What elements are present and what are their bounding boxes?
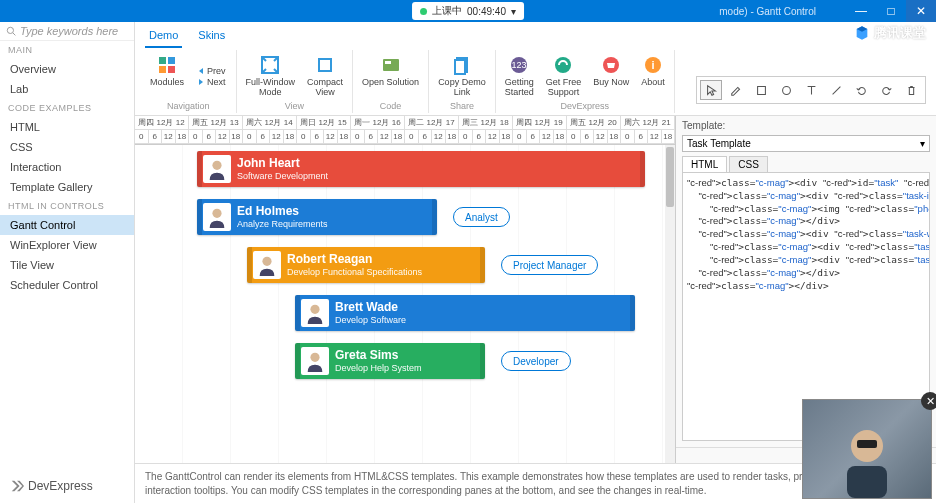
employee-photo — [203, 203, 231, 231]
ribbon-icon — [600, 54, 622, 76]
timescale-hour: 18 — [608, 130, 622, 144]
cursor-icon — [705, 84, 718, 97]
title-suffix: mode) - Gantt Control — [719, 6, 816, 17]
timescale-day: 周三 12月 18 — [459, 116, 513, 130]
timescale-hour: 6 — [527, 130, 541, 144]
task-employee: Robert Reagan — [287, 253, 422, 267]
ribbon-btn-compact-view[interactable]: CompactView — [304, 52, 346, 100]
nav-item-html[interactable]: HTML — [0, 117, 134, 137]
nav-item-interaction[interactable]: Interaction — [0, 157, 134, 177]
tool-pencil-button[interactable] — [725, 80, 747, 100]
ribbon-btn-modules[interactable]: Modules — [147, 52, 187, 100]
role-pill[interactable]: Developer — [501, 351, 571, 371]
recording-chevron-icon[interactable]: ▾ — [511, 6, 516, 17]
timescale-hour: 0 — [459, 130, 473, 144]
close-button[interactable]: ✕ — [906, 0, 936, 22]
nav-section-header: MAIN — [0, 41, 134, 59]
gantt-task[interactable]: John HeartSoftware Development — [197, 151, 645, 187]
search-input[interactable]: Type keywords here — [0, 22, 134, 41]
ribbon-btn-buy-now[interactable]: Buy Now — [590, 52, 632, 100]
tool-circle-button[interactable] — [775, 80, 797, 100]
ribbon-icon: 123 — [508, 54, 530, 76]
undo-icon — [855, 84, 868, 97]
timescale-hour: 12 — [162, 130, 176, 144]
timescale-hour: 12 — [270, 130, 284, 144]
gantt-task[interactable]: Brett WadeDevelop Software — [295, 295, 635, 331]
employee-photo — [301, 347, 329, 375]
timescale-day: 周四 12月 19 — [513, 116, 567, 130]
scrollbar-thumb[interactable] — [666, 147, 674, 207]
minimize-button[interactable]: — — [846, 0, 876, 22]
tool-trash-button[interactable] — [900, 80, 922, 100]
ribbon-nav-next[interactable]: Next — [197, 77, 226, 87]
tool-redo-button[interactable] — [875, 80, 897, 100]
ribbon-group-devexpress: 123GettingStartedGet FreeSupportBuy Nowi… — [496, 50, 675, 113]
recording-pill: 上课中 00:49:40 ▾ — [412, 2, 524, 20]
timescale-hour: 0 — [189, 130, 203, 144]
webcam-close-button[interactable]: ✕ — [921, 392, 936, 410]
nav-item-overview[interactable]: Overview — [0, 59, 134, 79]
ribbon-group-share: Copy DemoLinkShare — [429, 50, 496, 113]
nav-item-winexplorer-view[interactable]: WinExplorer View — [0, 235, 134, 255]
template-select[interactable]: Task Template ▾ — [682, 135, 930, 152]
task-employee: John Heart — [237, 157, 328, 171]
tool-text-button[interactable] — [800, 80, 822, 100]
webcam-overlay[interactable]: ✕ — [802, 399, 932, 499]
ribbon-btn-copy-demo-link[interactable]: Copy DemoLink — [435, 52, 489, 100]
role-pill[interactable]: Project Manager — [501, 255, 598, 275]
ribbon-tab-skins[interactable]: Skins — [194, 26, 229, 48]
employee-photo — [253, 251, 281, 279]
tool-line-button[interactable] — [825, 80, 847, 100]
ribbon-nav-prev[interactable]: Prev — [197, 66, 226, 76]
maximize-button[interactable]: □ — [876, 0, 906, 22]
timescale-hour: 0 — [405, 130, 419, 144]
nav-item-scheduler-control[interactable]: Scheduler Control — [0, 275, 134, 295]
timescale-day: 周日 12月 15 — [297, 116, 351, 130]
tool-square-button[interactable] — [750, 80, 772, 100]
line-icon — [830, 84, 843, 97]
ribbon-btn-open-solution[interactable]: Open Solution — [359, 52, 422, 100]
role-pill[interactable]: Analyst — [453, 207, 510, 227]
template-select-value: Task Template — [687, 138, 751, 149]
vertical-scrollbar[interactable] — [665, 145, 675, 463]
ribbon-btn-label: Full-WindowMode — [246, 78, 296, 98]
gantt-body[interactable]: John HeartSoftware DevelopmentEd HolmesA… — [135, 145, 675, 463]
recording-time: 00:49:40 — [467, 6, 506, 17]
ribbon-icon — [156, 54, 178, 76]
task-title: Software Development — [237, 171, 328, 181]
nav-item-tile-view[interactable]: Tile View — [0, 255, 134, 275]
ribbon-btn-about[interactable]: iAbout — [638, 52, 668, 100]
ribbon-btn-getting-started[interactable]: 123GettingStarted — [502, 52, 537, 100]
gantt-task[interactable]: Greta SimsDevelop Help System — [295, 343, 485, 379]
timescale-hour: 6 — [473, 130, 487, 144]
nav-item-lab[interactable]: Lab — [0, 79, 134, 99]
timescale-hour: 18 — [338, 130, 352, 144]
gantt-task[interactable]: Robert ReaganDevelop Functional Specific… — [247, 247, 485, 283]
svg-point-0 — [7, 27, 13, 33]
ribbon-icon: i — [642, 54, 664, 76]
nav-section-header: CODE EXAMPLES — [0, 99, 134, 117]
nav-item-gantt-control[interactable]: Gantt Control — [0, 215, 134, 235]
code-tab-css[interactable]: CSS — [729, 156, 768, 172]
triangle-left-icon — [197, 67, 205, 75]
timescale-hour: 12 — [594, 130, 608, 144]
nav-item-css[interactable]: CSS — [0, 137, 134, 157]
ribbon-btn-label: Copy DemoLink — [438, 78, 486, 98]
svg-rect-4 — [159, 66, 166, 73]
ribbon-btn-full-window-mode[interactable]: Full-WindowMode — [243, 52, 299, 100]
svg-line-1 — [13, 33, 16, 36]
gantt-task[interactable]: Ed HolmesAnalyze Requirements — [197, 199, 437, 235]
ribbon-tab-demo[interactable]: Demo — [145, 26, 182, 48]
nav-item-template-gallery[interactable]: Template Gallery — [0, 177, 134, 197]
ribbon-icon — [451, 54, 473, 76]
trash-icon — [905, 84, 918, 97]
triangle-right-icon — [197, 78, 205, 86]
tool-cursor-button[interactable] — [700, 80, 722, 100]
ribbon-group-code: Open SolutionCode — [353, 50, 429, 113]
ribbon-btn-label: GettingStarted — [505, 78, 534, 98]
timescale-hour: 12 — [378, 130, 392, 144]
code-tab-html[interactable]: HTML — [682, 156, 727, 172]
ribbon-btn-get-free-support[interactable]: Get FreeSupport — [543, 52, 585, 100]
ribbon-btn-label: Modules — [150, 78, 184, 98]
tool-undo-button[interactable] — [850, 80, 872, 100]
